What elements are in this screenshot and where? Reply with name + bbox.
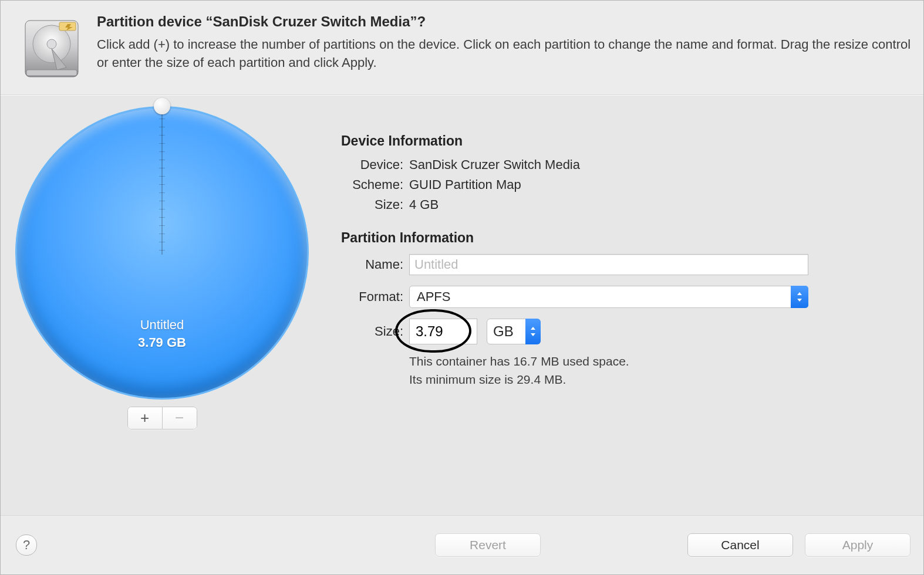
- partition-size-track: [161, 108, 163, 255]
- revert-button[interactable]: Revert: [435, 533, 541, 557]
- svg-point-2: [47, 39, 56, 49]
- device-info-block: Device: SanDisk Cruzer Switch Media Sche…: [341, 157, 907, 212]
- svg-rect-3: [26, 70, 77, 76]
- used-space-hint: This container has 16.7 MB used space.: [409, 353, 907, 370]
- chevron-up-down-icon: [525, 319, 541, 344]
- scheme-value: GUID Partition Map: [409, 177, 521, 192]
- partition-info-block: Name: Format: APFS Size:: [341, 254, 907, 388]
- dialog-description: Click add (+) to increase the number of …: [97, 36, 913, 72]
- dialog-title: Partition device “SanDisk Cruzer Switch …: [97, 13, 913, 30]
- question-mark-icon: ?: [23, 537, 30, 553]
- header-text-block: Partition device “SanDisk Cruzer Switch …: [97, 13, 913, 72]
- size-unit-select[interactable]: GB: [487, 319, 541, 344]
- chevron-up-down-icon: [791, 286, 808, 308]
- name-label: Name:: [341, 257, 409, 272]
- partition-pie-size: 3.79 GB: [15, 334, 309, 351]
- minimum-size-hint: Its minimum size is 29.4 MB.: [409, 371, 907, 388]
- help-button[interactable]: ?: [16, 535, 37, 556]
- partition-resize-handle[interactable]: [154, 98, 170, 114]
- device-info-heading: Device Information: [341, 133, 907, 149]
- scheme-label: Scheme:: [341, 177, 409, 192]
- dialog-header: Partition device “SanDisk Cruzer Switch …: [1, 1, 923, 95]
- size-unit-value: GB: [493, 323, 514, 340]
- device-value: SanDisk Cruzer Switch Media: [409, 157, 580, 172]
- partition-pie-label: Untitled 3.79 GB: [15, 316, 309, 351]
- partition-info-heading: Partition Information: [341, 230, 907, 246]
- partition-pie-slice[interactable]: [15, 106, 309, 400]
- format-select[interactable]: APFS: [409, 286, 808, 308]
- partition-name-input[interactable]: [409, 254, 808, 275]
- add-remove-segmented: + −: [127, 407, 197, 429]
- partition-dialog: Partition device “SanDisk Cruzer Switch …: [0, 0, 924, 575]
- format-label: Format:: [341, 289, 409, 305]
- remove-partition-button[interactable]: −: [162, 407, 197, 429]
- device-size-label: Size:: [341, 197, 409, 212]
- device-size-value: 4 GB: [409, 197, 439, 212]
- format-value: APFS: [417, 289, 450, 305]
- partition-pie-column: Untitled 3.79 GB + −: [6, 103, 318, 515]
- dialog-footer: ? Revert Cancel Apply: [1, 515, 923, 574]
- device-label: Device:: [341, 157, 409, 172]
- apply-button[interactable]: Apply: [805, 533, 910, 557]
- cancel-button[interactable]: Cancel: [687, 533, 793, 557]
- info-column: Device Information Device: SanDisk Cruze…: [318, 103, 918, 515]
- internal-drive-icon: [19, 16, 84, 84]
- dialog-body: Untitled 3.79 GB + − Device Information …: [1, 95, 923, 515]
- partition-size-label: Size:: [341, 324, 409, 339]
- partition-size-input[interactable]: [409, 319, 477, 344]
- add-partition-button[interactable]: +: [128, 407, 162, 429]
- partition-pie-name: Untitled: [15, 316, 309, 334]
- partition-pie[interactable]: Untitled 3.79 GB: [15, 106, 309, 400]
